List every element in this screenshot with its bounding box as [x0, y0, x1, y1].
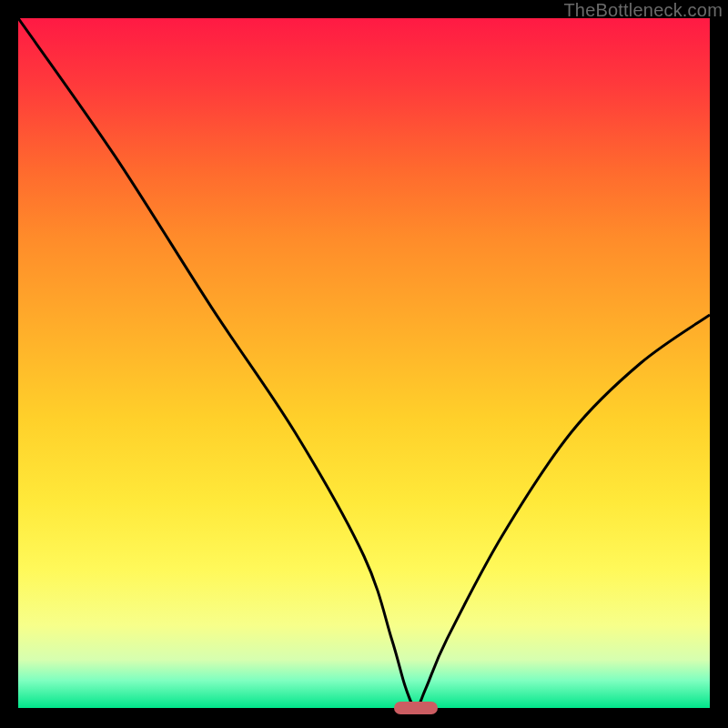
plot-area — [18, 18, 710, 708]
curve-svg — [18, 18, 710, 708]
chart-frame: TheBottleneck.com — [0, 0, 728, 728]
bottleneck-curve — [18, 18, 710, 708]
optimal-marker — [394, 702, 438, 714]
